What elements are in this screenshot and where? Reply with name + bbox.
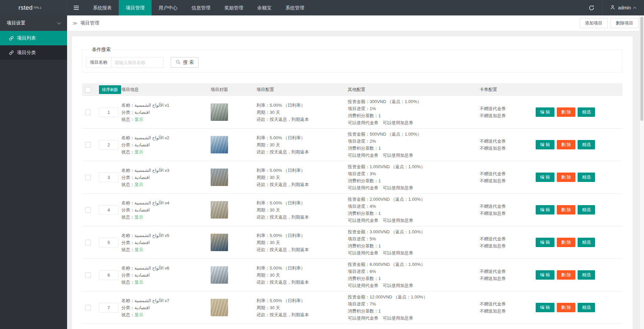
sort-order-input[interactable]	[99, 238, 118, 247]
delete-button[interactable]: 删 除	[557, 140, 576, 149]
search-button[interactable]: 搜 索	[171, 57, 199, 68]
other-config: 投资金额：1.000VND （返点：1.00%）项目进度：3%消费积分基数：1可…	[348, 163, 480, 191]
delete-button[interactable]: 删 除	[557, 107, 576, 117]
hamburger-menu-icon[interactable]	[68, 0, 84, 15]
sort-order-input[interactable]	[99, 303, 118, 313]
status-label: 状态：	[121, 247, 135, 252]
project-cover-image[interactable]	[211, 169, 228, 186]
status-label: 状态：	[121, 117, 135, 122]
vertical-scrollbar[interactable]	[639, 15, 644, 329]
name-label: 名称：	[121, 200, 135, 205]
username: admin	[618, 5, 631, 10]
row-checkbox[interactable]	[85, 175, 91, 180]
project-cover-image[interactable]	[211, 136, 228, 153]
sidebar-item-project-list[interactable]: 项目列表	[0, 31, 67, 45]
edit-button[interactable]: 编 辑	[536, 107, 554, 117]
project-cover-image[interactable]	[211, 201, 228, 219]
delete-button[interactable]: 删 除	[557, 205, 576, 215]
sort-order-input[interactable]	[99, 173, 118, 182]
project-cover-image[interactable]	[211, 299, 228, 316]
search-input[interactable]	[111, 57, 164, 68]
name-label: 名称：	[121, 103, 135, 108]
add-project-button[interactable]: 添加项目	[580, 18, 608, 28]
featured-button[interactable]: 精选	[578, 303, 595, 312]
sort-order-input[interactable]	[99, 205, 118, 215]
status-toggle[interactable]: 显示	[135, 247, 143, 252]
edit-button[interactable]: 编 辑	[536, 173, 554, 182]
edit-button[interactable]: 编 辑	[536, 205, 554, 215]
nav-item-user-center[interactable]: 用户中心	[152, 0, 184, 15]
scrollbar-thumb[interactable]	[640, 17, 643, 121]
other-config: 投资金额：3.000VND （返点：1.00%）项目进度：5%消费积分基数：1可…	[348, 228, 480, 256]
edit-button[interactable]: 编 辑	[536, 238, 554, 247]
status-toggle[interactable]: 显示	[135, 280, 143, 285]
project-category: اقتصادية	[135, 207, 150, 213]
sort-order-input[interactable]	[99, 140, 118, 150]
status-toggle[interactable]: 显示	[135, 182, 143, 187]
top-nav: 系统报表 项目管理 用户中心 信息管理 奖励管理 余额宝 系统管理	[86, 0, 311, 15]
delete-button[interactable]: 删 除	[557, 303, 576, 312]
project-cover-image[interactable]	[211, 234, 228, 251]
project-cover-image[interactable]	[211, 266, 228, 284]
nav-item-project-management[interactable]: 项目管理	[119, 0, 152, 15]
coupon-config: 不赠送代金券不赠送加息券	[480, 203, 536, 217]
row-checkbox[interactable]	[85, 305, 91, 311]
sidebar-group-project-settings[interactable]: 项目设置	[0, 15, 67, 31]
nav-item-system-management[interactable]: 系统管理	[278, 0, 311, 15]
edit-button[interactable]: 编 辑	[536, 140, 554, 149]
coupon-config: 不赠送代金券不赠送加息券	[480, 170, 536, 184]
delete-project-button[interactable]: 删除项目	[610, 18, 639, 28]
nav-item-reward-management[interactable]: 奖励管理	[217, 0, 250, 15]
status-toggle[interactable]: 显示	[135, 215, 143, 220]
other-config: 投资金额：12.000VND （返点：1.00%）项目进度：7%消费积分基数：1…	[348, 293, 480, 322]
edit-button[interactable]: 编 辑	[536, 270, 554, 280]
nav-item-yuebao[interactable]: 余额宝	[250, 0, 278, 15]
featured-button[interactable]: 精选	[578, 238, 595, 247]
header-coupon-config: 卡券配置	[480, 87, 536, 93]
delete-button[interactable]: 删 除	[557, 238, 576, 247]
chevron-down-icon	[57, 20, 61, 24]
name-label: 名称：	[121, 266, 135, 271]
project-config: 利率：5.00% （日利率）周期：30 天还款：按天返息，到期返本	[257, 102, 348, 123]
delete-button[interactable]: 删 除	[557, 270, 576, 280]
project-category: اقتصادية	[135, 305, 150, 310]
featured-button[interactable]: 精选	[578, 270, 595, 280]
sort-order-input[interactable]	[99, 107, 118, 117]
status-toggle[interactable]: 显示	[135, 149, 143, 154]
sort-order-input[interactable]	[99, 270, 118, 280]
row-checkbox[interactable]	[85, 207, 91, 213]
project-name: الألواح الشمسية v4	[135, 200, 169, 205]
select-all-checkbox[interactable]	[85, 87, 91, 93]
status-label: 状态：	[121, 280, 135, 285]
status-toggle[interactable]: 显示	[135, 312, 143, 317]
status-label: 状态：	[121, 215, 135, 220]
status-toggle[interactable]: 显示	[135, 117, 143, 122]
featured-button[interactable]: 精选	[578, 205, 595, 215]
nav-item-info-management[interactable]: 信息管理	[184, 0, 217, 15]
sidebar-item-project-category[interactable]: 项目分类	[0, 45, 67, 60]
other-config: 投资金额：6.000VND （返点：1.00%）项目进度：6%消费积分基数：1可…	[348, 261, 480, 289]
category-label: 分类：	[121, 110, 135, 115]
refresh-icon[interactable]	[581, 0, 602, 15]
row-checkbox[interactable]	[85, 142, 91, 148]
table-row: 名称：الألواح الشمسية v2 分类：اقتصادية 状态：显示 …	[82, 129, 623, 161]
featured-button[interactable]: 精选	[578, 140, 595, 149]
project-category: اقتصادية	[135, 240, 150, 245]
table-row: 名称：الألواح الشمسية v3 分类：اقتصادية 状态：显示 …	[82, 161, 623, 194]
category-label: 分类：	[121, 142, 135, 147]
user-menu[interactable]: admin	[602, 0, 644, 15]
project-cover-image[interactable]	[211, 103, 228, 121]
delete-button[interactable]: 删 除	[557, 173, 576, 182]
row-checkbox[interactable]	[85, 240, 91, 245]
category-label: 分类：	[121, 305, 135, 310]
project-category: اقتصادية	[135, 142, 150, 147]
row-checkbox[interactable]	[85, 272, 91, 278]
nav-item-system-report[interactable]: 系统报表	[86, 0, 119, 15]
row-checkbox[interactable]	[85, 109, 91, 115]
header-project-cover: 项目封面	[211, 87, 257, 93]
edit-button[interactable]: 编 辑	[536, 303, 554, 312]
featured-button[interactable]: 精选	[578, 173, 595, 182]
sort-refresh-button[interactable]: 排序刷新	[99, 85, 121, 94]
name-label: 名称：	[121, 135, 135, 140]
featured-button[interactable]: 精选	[578, 107, 595, 117]
